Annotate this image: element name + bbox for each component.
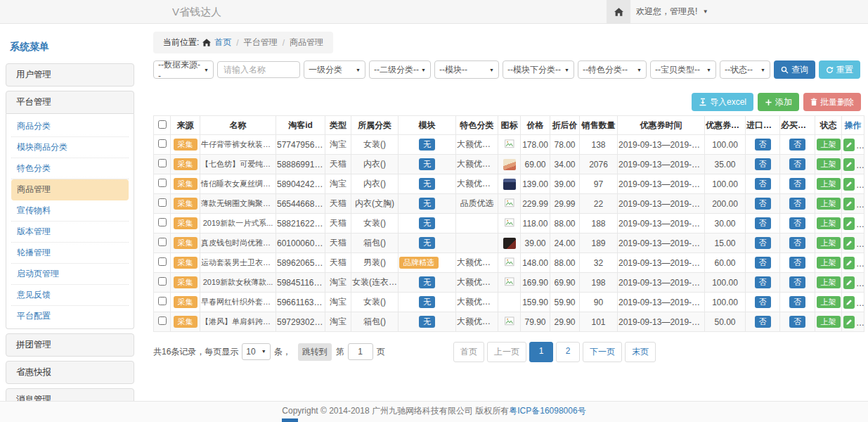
edit-button[interactable] [843,316,855,328]
sidebar-item-1-9[interactable]: 平台配置 [11,306,129,326]
row-checkbox[interactable] [158,139,167,148]
sidebar-group-1[interactable]: 平台管理 [6,91,134,114]
item-type-select[interactable]: --宝贝类型--▼ [650,60,716,79]
cat1-select[interactable]: 一级分类▼ [304,60,365,79]
status-badge[interactable]: 上架 [817,158,841,171]
user-menu[interactable]: 欢迎您，管理员! ▼ [636,0,708,23]
reset-button[interactable]: 重置 [819,60,860,79]
status-badge[interactable]: 上架 [817,178,841,191]
import-pick-toggle[interactable]: 否 [755,237,771,250]
import-excel-button[interactable]: 导入excel [692,93,753,111]
must-buy-toggle[interactable]: 否 [789,178,805,191]
edit-button[interactable] [843,158,855,171]
cell-category: 内衣(文胸) [351,194,399,214]
import-pick-toggle[interactable]: 否 [755,296,771,309]
row-checkbox[interactable] [158,277,167,286]
edit-button[interactable] [843,178,855,191]
row-checkbox[interactable] [158,159,167,167]
row-checkbox[interactable] [158,198,167,207]
edit-button[interactable] [843,198,855,210]
row-checkbox[interactable] [158,297,167,305]
module-sub-select[interactable]: --模块下分类--▼ [503,60,574,79]
select-all-checkbox[interactable] [158,120,167,129]
home-button[interactable] [607,0,630,23]
module-badge: 无 [419,296,435,309]
status-select[interactable]: --状态--▼ [720,60,770,79]
import-pick-toggle[interactable]: 否 [755,257,771,269]
import-pick-toggle[interactable]: 否 [755,217,771,230]
row-checkbox[interactable] [158,238,167,246]
must-buy-toggle[interactable]: 否 [789,158,805,171]
feature-select[interactable]: --特色分类--▼ [578,60,647,79]
status-badge[interactable]: 上架 [817,296,841,309]
must-buy-toggle[interactable]: 否 [789,296,805,309]
status-badge[interactable]: 上架 [817,237,841,250]
jump-button[interactable]: 跳转到 [298,343,332,361]
page-number-button[interactable]: 2 [556,342,580,362]
breadcrumb-home-link[interactable]: 首页 [214,37,231,49]
sidebar-item-1-4[interactable]: 宣传物料 [11,200,129,222]
sidebar-group-3[interactable]: 省惠快报 [6,361,134,384]
source-badge: 采集 [174,217,197,230]
sidebar-item-1-7[interactable]: 启动页管理 [11,264,129,285]
sidebar-item-1-5[interactable]: 版本管理 [11,222,129,243]
per-page-select[interactable]: 10▼ [242,343,270,360]
row-checkbox[interactable] [158,257,167,266]
row-checkbox[interactable] [158,218,167,226]
status-badge[interactable]: 上架 [817,139,841,151]
edit-button[interactable] [843,217,855,230]
sidebar-item-1-6[interactable]: 轮播管理 [11,243,129,264]
must-buy-toggle[interactable]: 否 [789,276,805,289]
import-pick-toggle[interactable]: 否 [755,198,771,210]
cell-coupon-time: 2019-09-13—2019-09-17 [618,293,705,312]
sidebar-item-1-0[interactable]: 商品分类 [11,116,129,137]
edit-button[interactable] [843,257,855,269]
edit-button[interactable] [843,276,855,289]
module-select[interactable]: --模块--▼ [434,60,499,79]
data-source-select[interactable]: --数据来源--▼ [153,60,214,79]
icp-link[interactable]: 粤ICP备16098006号 [509,406,585,416]
sidebar-group-0[interactable]: 用户管理 [6,63,134,87]
row-checkbox[interactable] [158,316,167,325]
must-buy-toggle[interactable]: 否 [789,316,805,328]
must-buy-toggle[interactable]: 否 [789,237,805,250]
sidebar-item-1-2[interactable]: 特色分类 [11,158,129,179]
sidebar-group-2[interactable]: 拼团管理 [6,333,134,357]
name-search-input[interactable] [217,61,300,78]
broken-image-icon [505,316,514,326]
import-pick-toggle[interactable]: 否 [755,158,771,171]
row-checkbox[interactable] [158,179,167,187]
status-badge[interactable]: 上架 [817,276,841,289]
page-number-button[interactable]: 1 [529,342,553,362]
page-number-input[interactable] [348,343,373,360]
edit-button[interactable] [843,139,855,151]
cat2-select[interactable]: --二级分类--▼ [369,60,431,79]
import-pick-toggle[interactable]: 否 [755,139,771,151]
cell-import-pick: 否 [746,234,780,253]
page-first-button[interactable]: 首页 [453,342,484,362]
must-buy-toggle[interactable]: 否 [789,139,805,151]
status-badge[interactable]: 上架 [817,198,841,210]
search-button[interactable]: 查询 [774,60,815,79]
must-buy-toggle[interactable]: 否 [789,198,805,210]
edit-button[interactable] [843,296,855,309]
status-badge[interactable]: 上架 [817,217,841,230]
page-next-button[interactable]: 下一页 [583,342,622,362]
batch-delete-button[interactable]: 批量删除 [803,93,861,111]
cell-icon [498,312,521,332]
edit-button[interactable] [843,237,855,250]
must-buy-toggle[interactable]: 否 [789,217,805,230]
add-button[interactable]: 添加 [758,93,799,111]
import-pick-toggle[interactable]: 否 [755,178,771,191]
status-badge[interactable]: 上架 [817,257,841,269]
import-pick-toggle[interactable]: 否 [755,276,771,289]
sidebar-item-1-8[interactable]: 意见反馈 [11,285,129,306]
page-prev-button[interactable]: 上一页 [487,342,526,362]
cell-type: 天猫 [325,234,351,253]
sidebar-item-1-1[interactable]: 模块商品分类 [11,137,129,158]
import-pick-toggle[interactable]: 否 [755,316,771,328]
page-last-button[interactable]: 末页 [625,342,656,362]
sidebar-item-1-3[interactable]: 商品管理 [11,179,129,200]
must-buy-toggle[interactable]: 否 [789,257,805,269]
status-badge[interactable]: 上架 [817,316,841,328]
